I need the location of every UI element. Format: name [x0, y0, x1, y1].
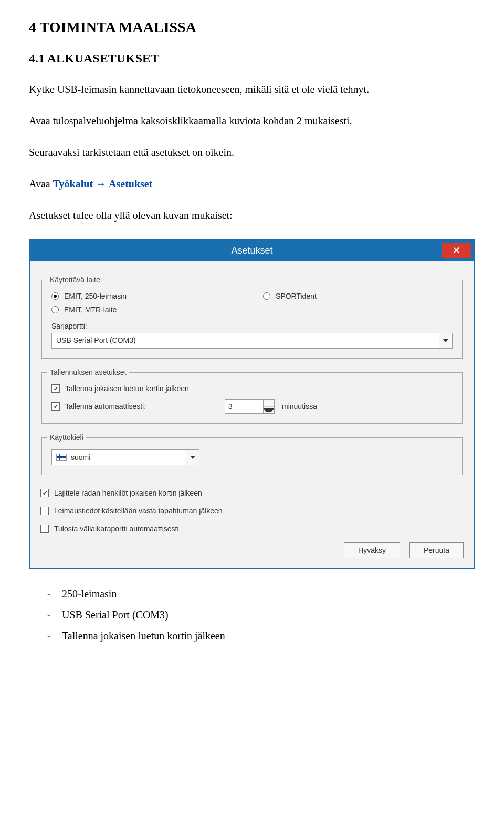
- menu-path-tyokalut: Työkalut: [53, 178, 93, 190]
- list-item: -250-leimasin: [47, 584, 475, 603]
- chevron-down-icon: [264, 408, 274, 412]
- chevron-down-icon: [443, 339, 448, 342]
- serial-port-select[interactable]: USB Serial Port (COM3): [51, 333, 453, 349]
- legend-language: Käyttökieli: [47, 433, 86, 442]
- section-heading: 4 TOIMINTA MAALISSA: [29, 19, 475, 36]
- dialog-title: Asetukset: [30, 245, 474, 256]
- checkbox-icon: ✔: [51, 384, 60, 393]
- language-value: suomi: [71, 453, 90, 462]
- legend-saving: Tallennuksen asetukset: [47, 368, 129, 376]
- fieldset-device: Käytettävä laite EMIT, 250-leimasin SPOR…: [41, 280, 463, 359]
- menu-path-asetukset: Asetukset: [109, 178, 152, 190]
- dropdown-arrow[interactable]: [186, 450, 199, 465]
- cancel-button[interactable]: Peruuta: [410, 542, 464, 558]
- bullet-list: -250-leimasin -USB Serial Port (COM3) -T…: [47, 584, 475, 645]
- p4-prefix: Avaa: [29, 178, 53, 190]
- radio-emit-mtr[interactable]: EMIT, MTR-laite: [51, 306, 453, 314]
- flag-fi-icon: [56, 454, 67, 461]
- settings-dialog: Asetukset ✕ Käytettävä laite EMIT, 250-l…: [29, 239, 475, 569]
- legend-device: Käytettävä laite: [47, 276, 103, 284]
- checkbox-label: Tallenna jokaisen luetun kortin jälkeen: [65, 384, 189, 393]
- subsection-heading: 4.1 ALKUASETUKSET: [29, 51, 475, 66]
- paragraph-4: Avaa Työkalut → Asetukset: [29, 176, 475, 192]
- dropdown-arrow[interactable]: [439, 333, 452, 348]
- fieldset-language: Käyttökieli suomi: [41, 437, 463, 475]
- checkbox-icon: [40, 525, 49, 533]
- checkbox-label: Leimaustiedot käsitellään vasta tapahtum…: [54, 507, 223, 515]
- checkbox-label: Lajittele radan henkilöt jokaisen kortin…: [54, 489, 202, 497]
- checkbox-icon: ✔: [51, 402, 60, 411]
- radio-sportident[interactable]: SPORTident: [263, 292, 317, 300]
- radio-label: SPORTident: [276, 292, 317, 300]
- radio-icon: [263, 292, 270, 300]
- checkbox-sort[interactable]: ✔ Lajittele radan henkilöt jokaisen kort…: [40, 489, 464, 497]
- checkbox-stamp[interactable]: Leimaustiedot käsitellään vasta tapahtum…: [40, 507, 464, 515]
- checkbox-print[interactable]: Tulosta väliaikaraportti automaattisesti: [40, 525, 464, 533]
- radio-icon: [51, 292, 59, 300]
- serial-port-label: Sarjaportti:: [51, 322, 453, 330]
- ok-button[interactable]: Hyväksy: [344, 542, 400, 558]
- checkbox-label: Tallenna automaattisesti:: [65, 402, 146, 411]
- language-select[interactable]: suomi: [51, 449, 200, 465]
- serial-port-value: USB Serial Port (COM3): [52, 333, 439, 348]
- minutes-label: minuutissa: [282, 402, 317, 411]
- checkbox-icon: [40, 507, 49, 515]
- interval-spinner[interactable]: [264, 399, 275, 414]
- radio-icon: [51, 306, 59, 313]
- spinner-down[interactable]: [264, 407, 274, 414]
- list-item: -USB Serial Port (COM3): [47, 605, 475, 624]
- list-item: -Tallenna jokaisen luetun kortin jälkeen: [47, 626, 475, 645]
- checkbox-label: Tulosta väliaikaraportti automaattisesti: [54, 525, 179, 533]
- auto-save-value: 3: [228, 402, 233, 411]
- paragraph-2: Avaa tulospalveluohjelma kaksoisklikkaam…: [29, 113, 475, 129]
- paragraph-5: Asetukset tulee olla yllä olevan kuvan m…: [29, 207, 475, 223]
- spinner-up[interactable]: [264, 400, 274, 407]
- checkbox-icon: ✔: [40, 489, 49, 497]
- paragraph-3: Seuraavaksi tarkistetaan että asetukset …: [29, 144, 475, 160]
- extra-options: ✔ Lajittele radan henkilöt jokaisen kort…: [40, 489, 464, 533]
- auto-save-interval-input[interactable]: 3: [225, 399, 264, 414]
- radio-label: EMIT, 250-leimasin: [64, 292, 127, 300]
- checkbox-auto-save[interactable]: ✔ Tallenna automaattisesti:: [51, 402, 225, 411]
- title-bar: Asetukset ✕: [30, 240, 474, 261]
- chevron-down-icon: [190, 456, 195, 459]
- fieldset-saving: Tallennuksen asetukset ✔ Tallenna jokais…: [41, 372, 463, 424]
- checkbox-save-after-card[interactable]: ✔ Tallenna jokaisen luetun kortin jälkee…: [51, 384, 453, 393]
- paragraph-1: Kytke USB-leimasin kannettavaan tietokon…: [29, 81, 475, 97]
- radio-emit-250[interactable]: EMIT, 250-leimasin: [51, 292, 127, 300]
- radio-label: EMIT, MTR-laite: [64, 306, 117, 314]
- arrow-icon: →: [96, 178, 106, 190]
